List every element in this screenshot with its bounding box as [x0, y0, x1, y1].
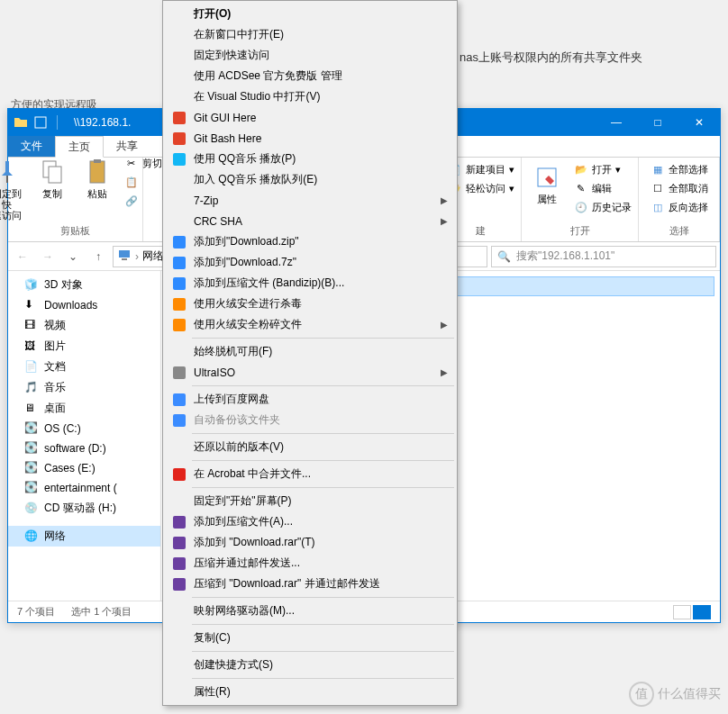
context-menu-label: 添加到 "Download.rar"(T): [190, 535, 435, 550]
minimize-button[interactable]: —: [596, 109, 637, 136]
ribbon-toggle-icon[interactable]: [33, 115, 48, 130]
context-menu-item[interactable]: 压缩到 "Download.rar" 并通过邮件发送: [165, 574, 455, 594]
context-menu-label: 在 Visual Studio 中打开(V): [190, 89, 435, 104]
context-menu-item[interactable]: 在 Visual Studio 中打开(V): [165, 86, 455, 107]
sidebar-item[interactable]: 💽software (D:): [8, 438, 160, 458]
tab-home[interactable]: 主页: [55, 136, 104, 158]
sidebar-item[interactable]: 🎞视频: [8, 315, 160, 336]
sidebar-item[interactable]: ⬇Downloads: [8, 295, 160, 315]
breadcrumb[interactable]: 网络: [142, 249, 164, 264]
drive-icon: 💽: [24, 461, 39, 475]
sidebar-item-label: Downloads: [44, 299, 97, 312]
svg-rect-12: [173, 236, 186, 249]
context-menu-item[interactable]: UltraISO▶: [165, 362, 455, 383]
context-menu-item[interactable]: Git Bash Here: [165, 128, 455, 149]
context-menu-item[interactable]: 打开(O): [165, 4, 455, 24]
forward-button[interactable]: →: [37, 246, 59, 267]
context-menu-item[interactable]: 添加到压缩文件 (Bandizip)(B)...: [165, 273, 455, 294]
svg-rect-13: [173, 257, 186, 269]
edit-button[interactable]: ✎编辑: [572, 180, 633, 196]
context-menu-item[interactable]: Git GUI Here: [165, 107, 455, 128]
edit-icon: ✎: [574, 181, 588, 195]
group-clipboard-title: 剪贴板: [60, 224, 90, 238]
sidebar-item[interactable]: 🖥桌面: [8, 398, 160, 419]
submenu-arrow-icon: ▶: [441, 216, 448, 226]
context-menu-item[interactable]: 固定到快速访问: [165, 45, 455, 66]
context-menu-item[interactable]: 在 Acrobat 中合并文件...: [165, 464, 455, 484]
search-box[interactable]: 🔍 搜索"192.168.1.101": [491, 246, 716, 267]
sidebar-item[interactable]: 🖼图片: [8, 336, 160, 357]
context-menu-item[interactable]: 映射网络驱动器(M)...: [165, 601, 455, 621]
context-menu-item[interactable]: 使用 ACDSee 官方免费版 管理: [165, 66, 455, 86]
pic-icon: 🖼: [24, 339, 39, 354]
context-menu-item[interactable]: 添加到"Download.zip": [165, 231, 455, 252]
sidebar-item[interactable]: 💽Cases (E:): [8, 458, 160, 478]
up-button[interactable]: ↑: [87, 246, 109, 267]
paste-icon: [83, 158, 112, 186]
svg-rect-0: [35, 117, 46, 128]
back-button[interactable]: ←: [12, 246, 33, 267]
context-menu-item[interactable]: 7-Zip▶: [165, 190, 455, 211]
context-menu-item[interactable]: 创建快捷方式(S): [165, 655, 455, 675]
invert-button[interactable]: ◫反向选择: [649, 199, 710, 215]
history-button[interactable]: 🕘历史记录: [572, 199, 633, 215]
context-menu-item[interactable]: 添加到"Download.7z": [165, 252, 455, 273]
window-title: \\192.168.1.: [67, 116, 131, 129]
context-menu-label: 固定到快速访问: [190, 48, 435, 63]
context-menu-label: 使用 ACDSee 官方免费版 管理: [190, 68, 435, 84]
sidebar-item[interactable]: 💿CD 驱动器 (H:): [8, 498, 160, 519]
context-menu-item[interactable]: 使用火绒安全进行杀毒: [165, 294, 455, 314]
pin-button[interactable]: 固定到快 速访问: [0, 156, 27, 222]
network-icon: 🌐: [24, 529, 39, 544]
context-menu-item[interactable]: 在新窗口中打开(E): [165, 24, 455, 45]
paste-button[interactable]: 粘贴: [77, 156, 117, 201]
view-details-button[interactable]: [673, 605, 691, 619]
context-menu-item[interactable]: 使用火绒安全粉碎文件▶: [165, 314, 455, 335]
context-menu-label: 添加到"Download.7z": [190, 255, 435, 270]
context-menu-item[interactable]: 属性(R): [165, 682, 455, 702]
context-menu-item[interactable]: 使用 QQ音乐 播放(P): [165, 149, 455, 169]
sidebar-item-label: 文档: [44, 359, 66, 375]
drive-icon: 💽: [24, 441, 39, 456]
music-icon: 🎵: [24, 381, 39, 395]
deselect-button[interactable]: ☐全部取消: [649, 180, 710, 196]
recent-button[interactable]: ⌄: [62, 246, 84, 267]
sidebar-item[interactable]: 💽entertainment (: [8, 478, 160, 498]
tab-file[interactable]: 文件: [8, 136, 55, 157]
context-menu-item[interactable]: 还原以前的版本(V): [165, 437, 455, 457]
sidebar-network[interactable]: 🌐网络: [8, 526, 160, 547]
shortcut-icon: 🔗: [124, 194, 139, 209]
dl-icon: ⬇: [24, 298, 39, 312]
3d-icon: 🧊: [24, 278, 39, 293]
context-menu-item[interactable]: CRC SHA▶: [165, 211, 455, 231]
open-button[interactable]: 📂打开 ▾: [572, 161, 633, 177]
copy-button[interactable]: 复制: [32, 156, 72, 201]
search-icon: 🔍: [497, 250, 511, 263]
context-menu-item[interactable]: 添加到压缩文件(A)...: [165, 511, 455, 532]
sidebar: 🧊3D 对象⬇Downloads🎞视频🖼图片📄文档🎵音乐🖥桌面💽OS (C:)💽…: [8, 271, 161, 601]
context-menu-item[interactable]: 固定到"开始"屏幕(P): [165, 491, 455, 511]
context-menu-item[interactable]: 加入 QQ音乐 播放队列(E): [165, 169, 455, 190]
context-menu-item[interactable]: 复制(C): [165, 628, 455, 648]
select-all-icon: ▦: [651, 162, 665, 176]
deselect-icon: ☐: [651, 181, 665, 195]
sidebar-item[interactable]: 🎵音乐: [8, 377, 160, 398]
close-button[interactable]: ✕: [678, 109, 720, 136]
context-menu-item[interactable]: 添加到 "Download.rar"(T): [165, 532, 455, 553]
view-icons-button[interactable]: [693, 605, 711, 619]
sidebar-item[interactable]: 💽OS (C:): [8, 419, 160, 438]
folder-icon: [14, 115, 28, 130]
context-menu-label: UltraISO: [190, 366, 435, 379]
select-all-button[interactable]: ▦全部选择: [649, 161, 710, 177]
sidebar-item[interactable]: 📄文档: [8, 357, 160, 377]
context-menu-label: 7-Zip: [190, 194, 435, 207]
tab-share[interactable]: 共享: [104, 136, 151, 157]
context-menu-item[interactable]: 上传到百度网盘: [165, 389, 455, 410]
context-menu-item[interactable]: 始终脱机可用(F): [165, 341, 455, 362]
maximize-button[interactable]: □: [637, 109, 678, 136]
properties-button[interactable]: 属性: [527, 161, 567, 206]
group-open-title: 打开: [570, 224, 590, 238]
sidebar-item[interactable]: 🧊3D 对象: [8, 275, 160, 295]
doc-icon: 📄: [24, 360, 39, 375]
context-menu-item[interactable]: 压缩并通过邮件发送...: [165, 553, 455, 574]
